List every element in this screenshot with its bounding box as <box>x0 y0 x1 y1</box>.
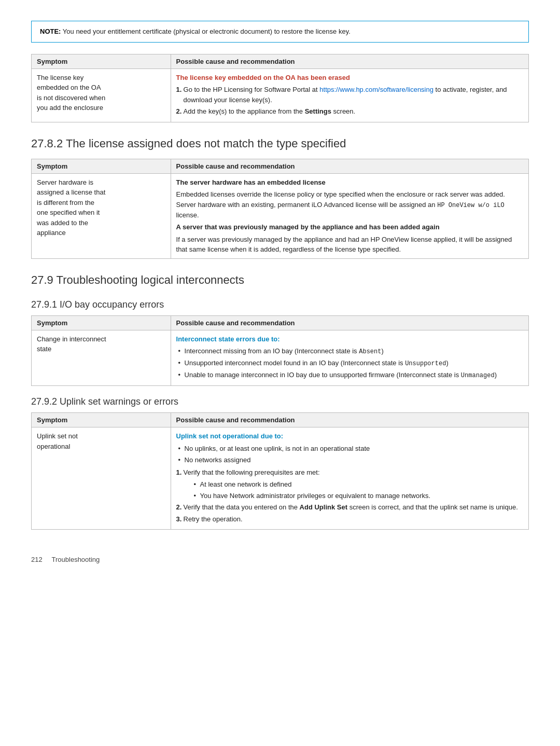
step-num: 3. <box>176 514 182 524</box>
step-num: 1. <box>176 85 182 95</box>
cause2-heading-t2: A server that was previously managed by … <box>176 222 523 232</box>
step-text-1: Verify that the following prerequisites … <box>184 468 523 501</box>
symptom-text-t1: The license keyembedded on the OAis not … <box>37 74 105 112</box>
sub-bullet-list: At least one network is defined You have… <box>184 479 523 501</box>
table-io-bay: Symptom Possible cause and recommendatio… <box>31 315 529 386</box>
col1-header-t3: Symptom <box>32 315 171 330</box>
step-text-3: Retry the operation. <box>184 515 243 523</box>
section-282-heading: 27.8.2 The license assigned does not mat… <box>31 137 529 153</box>
list-item: 1. Go to the HP Licensing for Software P… <box>176 85 523 105</box>
note-label: NOTE: <box>40 27 61 35</box>
symptom-cell-t3: Change in interconnectstate <box>32 330 171 386</box>
list-item: At least one network is defined <box>192 479 523 490</box>
section-279-heading: 27.9 Troubleshooting logical interconnec… <box>31 273 529 289</box>
note-box: NOTE: You need your entitlement certific… <box>31 21 529 43</box>
table-uplink-set: Symptom Possible cause and recommendatio… <box>31 412 529 530</box>
list-item: You have Network administrator privilege… <box>192 491 523 501</box>
list-item: No uplinks, or at least one uplink, is n… <box>176 444 523 454</box>
page-footer: 212 Troubleshooting <box>31 556 529 563</box>
step-num: 2. <box>176 502 182 513</box>
step-num: 1. <box>176 467 182 478</box>
cause2-text-t2: If a server was previously managed by th… <box>176 234 523 255</box>
table-license-erased: Symptom Possible cause and recommendatio… <box>31 54 529 122</box>
symptom-text-t3: Change in interconnectstate <box>37 335 106 353</box>
symptom-cell-t2: Server hardware isassigned a license tha… <box>32 173 171 258</box>
cause-cell-t4: Uplink set not operational due to: No up… <box>171 427 528 530</box>
step-text-2: Add the key(s) to the appliance from the… <box>184 107 356 115</box>
col2-header-t3: Possible cause and recommendation <box>171 315 528 330</box>
cause-steps-t1: 1. Go to the HP Licensing for Software P… <box>176 85 523 117</box>
col2-header-t4: Possible cause and recommendation <box>171 413 528 427</box>
list-item: 2. Add the key(s) to the appliance from … <box>176 106 523 117</box>
cause-bullets-t4: No uplinks, or at least one uplink, is n… <box>176 444 523 465</box>
cause-cell-t3: Interconnect state errors due to: Interc… <box>171 330 528 386</box>
list-item: 1. Verify that the following prerequisit… <box>176 467 523 501</box>
cause-steps-t4: 1. Verify that the following prerequisit… <box>176 467 523 524</box>
list-item: No networks assigned <box>176 455 523 465</box>
symptom-cell-t4: Uplink set notoperational <box>32 427 171 530</box>
cause-cell-t2: The server hardware has an embedded lice… <box>171 173 528 258</box>
col2-header-t1: Possible cause and recommendation <box>171 54 528 68</box>
step-num: 2. <box>176 106 182 117</box>
table-license-type: Symptom Possible cause and recommendatio… <box>31 159 529 259</box>
note-text: You need your entitlement certificate (p… <box>63 27 351 35</box>
symptom-text-t4: Uplink set notoperational <box>37 432 78 450</box>
cause-heading-t3: Interconnect state errors due to: <box>176 334 523 344</box>
symptom-cell-t1: The license keyembedded on the OAis not … <box>32 68 171 122</box>
list-item: Interconnect missing from an IO bay (Int… <box>176 346 523 356</box>
cause1-text-t2: Embedded licenses override the license p… <box>176 189 523 220</box>
col2-header-t2: Possible cause and recommendation <box>171 159 528 173</box>
table-row: Change in interconnectstate Interconnect… <box>32 330 529 386</box>
section-291-heading: 27.9.1 I/O bay occupancy errors <box>31 299 529 310</box>
col1-header-t1: Symptom <box>32 54 171 68</box>
list-item: 3. Retry the operation. <box>176 514 523 524</box>
page-number: 212 <box>31 556 43 563</box>
col1-header-t4: Symptom <box>32 413 171 427</box>
step-text-1: Go to the HP Licensing for Software Port… <box>184 86 507 104</box>
hp-licensing-link[interactable]: https://www.hp.com/software/licensing <box>319 86 433 93</box>
cause-cell-t1: The license key embedded on the OA has b… <box>171 68 528 122</box>
table-row: Uplink set notoperational Uplink set not… <box>32 427 529 530</box>
table-row: The license keyembedded on the OAis not … <box>32 68 529 122</box>
cause-bullets-t3: Interconnect missing from an IO bay (Int… <box>176 346 523 380</box>
symptom-text-t2: Server hardware isassigned a license tha… <box>37 178 105 237</box>
footer-text: Troubleshooting <box>52 556 100 563</box>
cause1-heading-t2: The server hardware has an embedded lice… <box>176 177 523 188</box>
list-item: Unsupported interconnect model found in … <box>176 358 523 368</box>
table-row: Server hardware isassigned a license tha… <box>32 173 529 258</box>
step-text-2: Verify that the data you entered on the … <box>184 503 518 511</box>
list-item: Unable to manage interconnect in IO bay … <box>176 370 523 380</box>
cause-heading-t4: Uplink set not operational due to: <box>176 431 523 441</box>
section-292-heading: 27.9.2 Uplink set warnings or errors <box>31 396 529 407</box>
col1-header-t2: Symptom <box>32 159 171 173</box>
cause-heading-t1: The license key embedded on the OA has b… <box>176 73 523 83</box>
list-item: 2. Verify that the data you entered on t… <box>176 502 523 513</box>
